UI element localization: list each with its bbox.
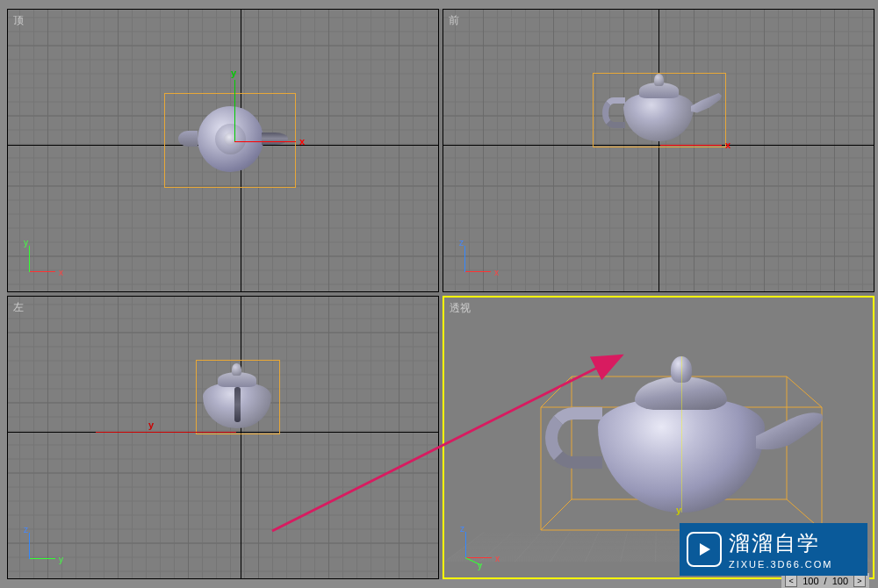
play-icon	[687, 532, 722, 567]
svg-line-0	[541, 376, 572, 407]
svg-line-3	[541, 499, 572, 530]
watermark-url: ZIXUE.3D66.COM	[729, 559, 832, 570]
teapot-object-front[interactable]	[623, 93, 694, 141]
svg-line-1	[787, 376, 822, 407]
svg-marker-6	[700, 543, 710, 556]
teapot-object-perspective[interactable]	[598, 398, 765, 513]
axis-indicator: z x y	[457, 523, 500, 567]
viewport-front[interactable]: 前 x z x	[443, 9, 874, 292]
axis-indicator: z y	[20, 524, 64, 568]
timeline-next-button[interactable]: >	[853, 575, 866, 587]
timeline-prev-button[interactable]: <	[785, 575, 797, 587]
timeline-separator: /	[824, 576, 827, 586]
axis-indicator: z x	[456, 237, 500, 281]
axis-line-vertical	[241, 297, 241, 578]
timeline-total: 100	[832, 576, 848, 586]
watermark-badge: 溜溜自学 ZIXUE.3D66.COM	[680, 523, 867, 576]
grid-background	[8, 297, 438, 578]
viewport-top[interactable]: 顶 x y y x	[7, 9, 439, 292]
watermark-title: 溜溜自学	[729, 529, 832, 557]
viewport-label-front: 前	[449, 13, 459, 28]
axis-indicator: y x	[20, 237, 64, 281]
viewport-label-top: 顶	[13, 13, 24, 28]
teapot-object-left[interactable]	[203, 383, 271, 428]
teapot-object-top[interactable]	[198, 106, 263, 172]
viewport-label-perspective: 透视	[450, 301, 471, 316]
viewport-left[interactable]: 左 y z y	[7, 296, 439, 579]
axis-line-vertical	[658, 10, 659, 291]
viewport-label-left: 左	[13, 300, 24, 315]
timeline-current: 100	[802, 576, 818, 586]
viewport-grid: 顶 x y y x	[7, 9, 874, 579]
